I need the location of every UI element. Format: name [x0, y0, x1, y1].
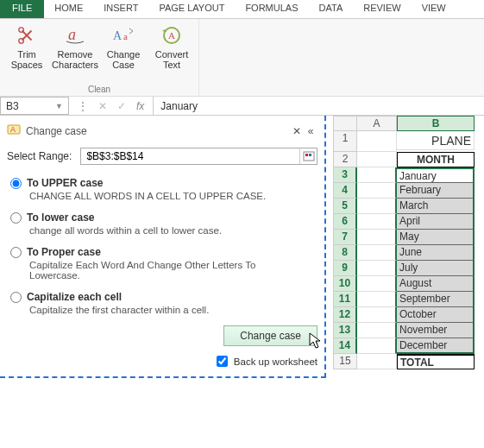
row-header-13[interactable]: 13 [333, 323, 357, 338]
change-case-label: Change Case [104, 49, 143, 70]
option-capcell-desc: Capitalize the first character within a … [29, 305, 297, 315]
cell-a9[interactable] [357, 261, 397, 276]
row-header-3[interactable]: 3 [333, 167, 357, 183]
range-input[interactable] [81, 150, 299, 162]
cell-a5[interactable] [357, 199, 397, 214]
svg-point-0 [19, 28, 24, 32]
change-case-apply-button[interactable]: Change case [223, 325, 317, 346]
change-case-icon: Aa [112, 24, 135, 47]
row-header-6[interactable]: 6 [333, 214, 357, 230]
option-proper-radio[interactable] [10, 247, 22, 258]
option-lower-desc: change all words within a cell to lower … [29, 225, 297, 236]
collapse-icon[interactable]: « [304, 125, 317, 137]
formula-input[interactable]: January [154, 97, 484, 115]
cell-b3[interactable]: January [397, 167, 475, 183]
fx-icon[interactable]: fx [136, 100, 144, 112]
option-upper-label: To UPPER case [27, 177, 103, 189]
worksheet-grid[interactable]: A B 1 PLANE 2 MONTH 3January4February5Ma… [333, 116, 475, 378]
change-case-button[interactable]: Aa Change Case [102, 22, 145, 72]
cell-b11[interactable]: September [397, 292, 475, 307]
col-header-a[interactable]: A [357, 116, 397, 131]
option-upper[interactable]: To UPPER case [10, 177, 317, 189]
cell-a6[interactable] [357, 214, 397, 230]
row-header-11[interactable]: 11 [333, 292, 357, 307]
range-picker-icon[interactable] [299, 148, 317, 164]
row-header-8[interactable]: 8 [333, 245, 357, 261]
row-header-10[interactable]: 10 [333, 276, 357, 292]
option-proper[interactable]: To Proper case [10, 246, 317, 258]
option-upper-radio[interactable] [10, 178, 22, 189]
cell-b7[interactable]: May [397, 230, 475, 245]
row-header-5[interactable]: 5 [333, 199, 357, 214]
cell-b13[interactable]: November [397, 323, 475, 338]
row-header-14[interactable]: 14 [333, 338, 357, 354]
cell-a7[interactable] [357, 230, 397, 245]
cell-b9[interactable]: July [397, 261, 475, 276]
tab-view[interactable]: VIEW [412, 0, 456, 18]
row-header-4[interactable]: 4 [333, 183, 357, 199]
cancel-formula-icon[interactable]: ✕ [98, 100, 107, 112]
chevron-down-icon[interactable]: ▼ [55, 102, 63, 110]
tab-review[interactable]: REVIEW [353, 0, 411, 18]
svg-text:A: A [10, 125, 16, 134]
accept-formula-icon[interactable]: ✓ [117, 100, 126, 112]
svg-text:a: a [123, 31, 128, 41]
cell-b4[interactable]: February [397, 183, 475, 199]
remove-characters-icon: a [64, 24, 86, 47]
option-proper-label: To Proper case [27, 246, 101, 258]
tab-page-layout[interactable]: PAGE LAYOUT [148, 0, 235, 18]
cell-b10[interactable]: August [397, 276, 475, 292]
cell-b2[interactable]: MONTH [397, 152, 475, 167]
cell-a10[interactable] [357, 276, 397, 292]
cell-a14[interactable] [357, 338, 397, 354]
row-header-12[interactable]: 12 [333, 307, 357, 323]
cell-a4[interactable] [357, 183, 397, 199]
cell-b8[interactable]: June [397, 245, 475, 261]
cell-b6[interactable]: April [397, 214, 475, 230]
trim-spaces-button[interactable]: Trim Spaces [5, 22, 48, 72]
cell-b15[interactable]: TOTAL [397, 354, 475, 369]
svg-rect-11 [309, 154, 311, 156]
cell-b1[interactable]: PLANE [397, 131, 475, 150]
svg-rect-10 [305, 154, 308, 156]
ribbon-group-label: Clean [88, 85, 110, 94]
row-header-9[interactable]: 9 [333, 261, 357, 276]
row-header-15[interactable]: 15 [333, 354, 357, 369]
select-all-corner[interactable] [333, 116, 357, 131]
cell-a3[interactable] [357, 167, 397, 183]
cell-b14[interactable]: December [397, 338, 475, 354]
row-header-2[interactable]: 2 [333, 152, 357, 167]
convert-text-label: Convert Text [152, 49, 192, 70]
backup-checkbox[interactable] [217, 356, 228, 367]
remove-characters-button[interactable]: a Remove Characters [53, 22, 97, 72]
tab-data[interactable]: DATA [309, 0, 354, 18]
cell-b5[interactable]: March [397, 199, 475, 214]
option-capcell[interactable]: Capitalize each cell [10, 291, 317, 303]
tab-insert[interactable]: INSERT [93, 0, 148, 18]
svg-text:A: A [113, 29, 123, 42]
cell-a13[interactable] [357, 323, 397, 338]
cell-a12[interactable] [357, 307, 397, 323]
convert-text-button[interactable]: A Convert Text [150, 22, 193, 72]
tab-formulas[interactable]: FORMULAS [235, 0, 308, 18]
option-capcell-radio[interactable] [10, 292, 22, 303]
formula-menu-icon[interactable]: ⋮ [78, 100, 88, 112]
cell-a11[interactable] [357, 292, 397, 307]
option-lower-label: To lower case [27, 211, 94, 224]
remove-characters-label: Remove Characters [52, 49, 98, 70]
tab-home[interactable]: HOME [44, 0, 93, 18]
cell-a15[interactable] [357, 354, 397, 369]
name-box[interactable]: B3 ▼ [0, 97, 69, 115]
option-lower[interactable]: To lower case [10, 211, 317, 224]
name-box-value: B3 [6, 100, 19, 112]
row-header-1[interactable]: 1 [333, 131, 357, 152]
tab-file[interactable]: FILE [0, 0, 44, 18]
col-header-b[interactable]: B [397, 116, 475, 131]
row-header-7[interactable]: 7 [333, 230, 357, 245]
cell-a8[interactable] [357, 245, 397, 261]
close-icon[interactable]: ✕ [290, 125, 304, 137]
cell-a2[interactable] [357, 152, 397, 167]
cell-b12[interactable]: October [397, 307, 475, 323]
cell-a1[interactable] [357, 131, 397, 152]
option-lower-radio[interactable] [10, 212, 22, 224]
